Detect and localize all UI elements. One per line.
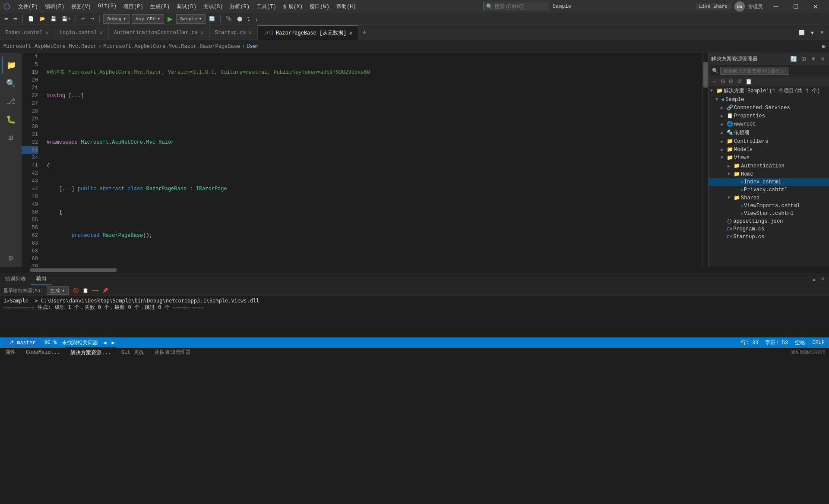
output-wordwrap-btn[interactable]: ⟶ <box>91 287 100 294</box>
new-tab-btn[interactable]: + <box>358 29 371 37</box>
manage-btn[interactable]: 管理员 <box>748 3 763 10</box>
tab-auth-controller[interactable]: AuthenticationController.cs ✕ <box>109 25 210 40</box>
menu-test[interactable]: 测试(S) <box>201 2 226 11</box>
search-input[interactable] <box>494 3 546 9</box>
output-close-btn[interactable]: ✕ <box>820 275 826 283</box>
settings-icon[interactable]: ⚙ <box>2 249 19 267</box>
se-refresh-btn[interactable]: 🔄 <box>789 55 798 63</box>
project-expand-icon[interactable]: ▼ <box>715 97 721 102</box>
tab-index-close[interactable]: ✕ <box>45 29 48 36</box>
run-btn[interactable]: ▶ <box>166 14 174 24</box>
se-search-input[interactable] <box>720 67 789 75</box>
search-bar[interactable]: 🔍 <box>483 2 549 11</box>
step-into-btn[interactable]: ↓ <box>253 16 259 22</box>
solution-expand-icon[interactable]: ▼ <box>710 88 715 93</box>
save-all-btn[interactable]: 💾+ <box>60 15 72 22</box>
menu-help[interactable]: 帮助(H) <box>334 2 359 11</box>
menu-debug[interactable]: 调试(D) <box>174 2 199 11</box>
live-share-btn[interactable]: Live Share <box>696 3 731 10</box>
bottom-tab-team[interactable]: 团队资源管理器 <box>149 347 196 358</box>
menu-view[interactable]: 视图(V) <box>69 2 94 11</box>
auth-expand-icon[interactable]: ▶ <box>728 164 733 169</box>
bottom-tab-properties[interactable]: 属性 <box>0 347 21 358</box>
horizontal-scrollbar[interactable] <box>22 267 708 273</box>
tree-privacy-cshtml[interactable]: ◇ Privacy.cshtml <box>709 186 829 194</box>
step-over-btn[interactable]: ⤵ <box>246 16 252 22</box>
tree-models[interactable]: ▶ 📁 Models <box>709 145 829 154</box>
back-btn[interactable]: ⬅ <box>3 15 10 22</box>
output-tab-output[interactable]: 输出 <box>31 273 52 285</box>
breakpoint-btn[interactable]: ⬤ <box>235 15 244 22</box>
tab-razorpagebase[interactable]: [от] RazorPageBase [从元数据] ✕ <box>258 25 358 40</box>
tab-login-close[interactable]: ✕ <box>99 29 103 36</box>
se-tool-4[interactable]: ↺ <box>736 77 743 85</box>
tree-program-cs[interactable]: C# Program.cs <box>709 225 829 233</box>
menu-file[interactable]: 文件(F) <box>16 2 41 11</box>
tree-authentication[interactable]: ▶ 📁 Authentication <box>709 162 829 170</box>
tree-solution[interactable]: ▼ 📁 解决方案'Sample'(1 个项目/共 1 个) <box>709 86 829 95</box>
bottom-tab-git[interactable]: Git 更改 <box>116 347 149 358</box>
menu-analyze[interactable]: 分析(R) <box>227 2 252 11</box>
menu-build[interactable]: 生成(B) <box>148 2 173 11</box>
cs-expand-icon[interactable]: ▶ <box>721 105 726 110</box>
tab-login-cshtml[interactable]: Login.cshtml ✕ <box>54 25 109 40</box>
minimize-button[interactable]: ─ <box>766 0 786 13</box>
output-source-dropdown[interactable]: 生成 ▾ <box>47 286 69 295</box>
split-view-btn[interactable]: ⬜ <box>797 29 807 36</box>
tree-controllers[interactable]: ▶ 📁 Controllers <box>709 137 829 145</box>
tree-wwwroot[interactable]: ▶ 🌐 wwwroot <box>709 120 829 128</box>
menu-git[interactable]: Git(G) <box>95 2 119 11</box>
models-expand-icon[interactable]: ▶ <box>721 147 726 152</box>
menu-tools[interactable]: 工具(T) <box>254 2 279 11</box>
se-tool-3[interactable]: ⊞ <box>728 77 735 85</box>
breadcrumb-member[interactable]: User <box>247 44 259 50</box>
se-tool-1[interactable]: ↔ <box>710 77 718 85</box>
cpu-config-dropdown[interactable]: Any CPU ▾ <box>132 14 164 24</box>
tree-appsettings[interactable]: {} appsettings.json <box>709 217 829 225</box>
forward-btn[interactable]: ➡ <box>12 15 19 22</box>
se-expand-btn[interactable]: ⊞ <box>800 55 807 63</box>
tree-connected-services[interactable]: ▶ 🔗 Connected Services <box>709 104 829 112</box>
se-tool-2[interactable]: ⊟ <box>719 77 727 85</box>
tab-startup-close[interactable]: ✕ <box>249 29 252 36</box>
collapse-btn[interactable]: ▼ <box>808 29 816 36</box>
debug-sidebar-icon[interactable]: 🐛 <box>2 111 19 128</box>
se-filter-btn[interactable]: ▼ <box>809 55 817 63</box>
save-btn[interactable]: 💾 <box>49 15 58 22</box>
menu-extensions[interactable]: 扩展(X) <box>281 2 306 11</box>
undo-btn[interactable]: ↩ <box>79 15 87 22</box>
se-close-btn[interactable]: ✕ <box>819 55 826 63</box>
tab-razorpagebase-close[interactable]: ✕ <box>349 29 352 37</box>
scrollbar-thumb[interactable] <box>703 62 708 88</box>
tree-viewstart[interactable]: ◇ ViewStart.cshtml <box>709 210 829 217</box>
output-up-btn[interactable]: ▲ <box>811 276 817 283</box>
breadcrumb-ns[interactable]: Microsoft.AspNetCore.Mvc.Razor.RazorPage… <box>103 44 240 50</box>
output-copy-btn[interactable]: 📋 <box>82 287 89 294</box>
output-clear-btn[interactable]: 🚫 <box>72 287 80 294</box>
status-nav-next[interactable]: ▶ <box>111 340 114 346</box>
scrollbar[interactable] <box>702 53 708 267</box>
tree-startup-cs[interactable]: C# Startup.cs <box>709 233 829 241</box>
tree-dependencies[interactable]: ▶ 🔩 依赖项 <box>709 128 829 137</box>
redo-btn[interactable]: ↪ <box>89 15 96 22</box>
h-scrollbar-thumb[interactable] <box>30 268 117 272</box>
tab-startup[interactable]: Startup.cs ✕ <box>210 25 258 40</box>
attach-btn[interactable]: 📎 <box>224 15 234 22</box>
output-pin-btn[interactable]: 📌 <box>101 287 109 294</box>
extensions-icon[interactable]: ⊞ <box>2 129 19 146</box>
tree-views[interactable]: ▼ 📁 Views <box>709 154 829 162</box>
refresh-btn[interactable]: 🔄 <box>207 15 217 22</box>
tree-properties[interactable]: ▶ 📋 Properties <box>709 112 829 120</box>
bottom-tab-solution[interactable]: 解决方案资源... <box>65 347 116 358</box>
open-btn[interactable]: 📂 <box>38 15 47 22</box>
debug-config-dropdown[interactable]: Debug ▾ <box>103 14 130 24</box>
se-tool-5[interactable]: 📋 <box>744 77 753 85</box>
status-nav-prev[interactable]: ◀ <box>103 340 106 346</box>
tree-home[interactable]: ▼ 📁 Home <box>709 170 829 178</box>
explorer-icon[interactable]: 📁 <box>2 57 19 74</box>
shared-expand-icon[interactable]: ▼ <box>728 195 733 200</box>
props-expand-icon[interactable]: ▶ <box>721 113 726 119</box>
maximize-button[interactable]: □ <box>786 0 806 13</box>
tree-shared[interactable]: ▼ 📁 Shared <box>709 194 829 202</box>
new-btn[interactable]: 📄 <box>26 15 36 22</box>
